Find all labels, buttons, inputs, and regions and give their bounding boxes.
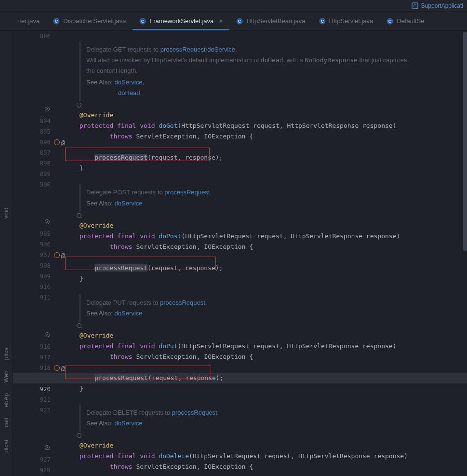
line-number: 905	[13, 229, 51, 239]
svg-point-17	[47, 334, 48, 335]
line-number: 907	[13, 250, 51, 260]
line-number: 896	[13, 137, 51, 148]
main-area: void plica Web ebAp icati plicat 886 894…	[0, 31, 467, 476]
line-number: 916	[13, 341, 51, 352]
code-line: throws ServletException, IOException {	[80, 462, 467, 472]
code-line: protected final void doGet(HttpServletRe…	[80, 121, 467, 131]
javadoc-doGet: Delegate GET requests to processRequest/…	[80, 41, 417, 101]
close-icon[interactable]: ×	[219, 17, 223, 25]
tab-label: HttpServlet.java	[329, 17, 374, 25]
author-icon[interactable]	[77, 213, 82, 219]
javadoc-doPost: Delegate POST requests to processRequest…	[80, 184, 417, 211]
svg-text:C: C	[141, 19, 145, 24]
scrollbar-thumb[interactable]	[463, 32, 467, 251]
code-line: }	[80, 383, 467, 394]
line-number: 927	[13, 454, 51, 465]
code-line: protected final void doPut(HttpServletRe…	[80, 341, 467, 352]
caret	[125, 374, 125, 381]
author-icon[interactable]	[77, 323, 82, 329]
svg-point-13	[47, 108, 48, 109]
app-name: SupportApplicati	[421, 2, 463, 9]
tab-httpservletbean[interactable]: C HttpServletBean.java	[229, 12, 312, 30]
line-number: 918	[13, 363, 51, 373]
code-line: protected final void doPost(HttpServletR…	[80, 231, 467, 242]
line-number: 928	[40, 466, 51, 474]
tab-rter[interactable]: rter.java	[11, 12, 46, 30]
tab-httpservlet[interactable]: C HttpServlet.java	[312, 12, 380, 30]
vertical-scrollbar[interactable]	[461, 31, 467, 475]
code-line: processRequest(request, response);	[80, 263, 467, 273]
code-line: }	[80, 163, 467, 174]
code-line: throws ServletException, IOException {	[80, 131, 467, 142]
pv-item[interactable]: ebAp	[3, 390, 10, 410]
code-area[interactable]: Delegate GET requests to processRequest/…	[55, 31, 467, 476]
editor-tabs: rter.java C DispatcherServlet.java C Fra…	[0, 12, 467, 31]
author-icon[interactable]	[77, 103, 82, 109]
titlebar: C SupportApplicati	[0, 0, 467, 12]
line-number: 906	[40, 241, 51, 248]
svg-text:C: C	[413, 3, 416, 8]
code-line: throws ServletException, IOException {	[80, 352, 467, 362]
line-number: 900	[13, 179, 51, 190]
line-number: 917	[40, 354, 51, 361]
class-icon: C	[319, 18, 326, 25]
line-number: 920	[13, 384, 51, 394]
code-line: @Override	[80, 440, 467, 451]
line-number: 898	[13, 158, 51, 169]
class-icon: C	[53, 18, 60, 25]
line-number: 909	[13, 271, 51, 282]
code-line: throws ServletException, IOException {	[80, 242, 467, 252]
pv-item[interactable]: icati	[3, 415, 10, 432]
line-number: 895	[40, 128, 51, 135]
svg-text:C: C	[238, 19, 241, 24]
class-icon: C	[139, 18, 146, 25]
author-icon[interactable]	[77, 433, 82, 439]
code-line: }	[80, 273, 467, 284]
tab-label: FrameworkServlet.java	[149, 17, 213, 25]
class-icon: C	[236, 18, 243, 25]
author-icon[interactable]	[45, 445, 51, 451]
author-icon[interactable]	[45, 219, 51, 225]
svg-point-15	[47, 221, 48, 222]
tab-label: rter.java	[17, 17, 40, 25]
tab-frameworkservlet[interactable]: C FrameworkServlet.java ×	[133, 12, 229, 30]
tab-label: DispatcherServlet.java	[63, 17, 126, 25]
line-number: 886	[13, 31, 51, 41]
javadoc-doPut: Delegate PUT requests to processRequest.…	[80, 295, 417, 322]
pv-item[interactable]: plicat	[3, 436, 10, 457]
author-icon[interactable]	[45, 332, 51, 338]
svg-text:C: C	[320, 19, 324, 24]
project-view-sidebar: void plica Web ebAp icati plicat	[0, 31, 13, 476]
pv-item[interactable]: void	[3, 204, 10, 221]
line-number: 922	[13, 405, 51, 416]
tab-dispatcherservlet[interactable]: C DispatcherServlet.java	[46, 12, 133, 30]
line-number: 911	[13, 292, 51, 303]
svg-text:C: C	[55, 19, 58, 24]
line-number: 899	[13, 169, 51, 179]
line-number: 908	[13, 260, 51, 271]
code-line-current: processRequest(request, response);	[13, 373, 467, 383]
tab-defaultse[interactable]: C DefaultSe	[380, 12, 431, 30]
code-line: processRequest(request, response);	[80, 152, 467, 163]
line-number: 910	[13, 282, 51, 292]
class-icon: C	[412, 2, 418, 9]
code-line: @Override	[80, 330, 467, 341]
class-icon: C	[387, 18, 393, 25]
code-line: @Override	[80, 220, 467, 231]
line-number: 921	[13, 394, 51, 405]
code-line: protected final void doDelete(HttpServle…	[80, 451, 467, 462]
svg-point-19	[47, 447, 48, 448]
svg-text:C: C	[388, 19, 392, 24]
code-editor[interactable]: 886 894 895@ 896 897 898 899 900 905 906…	[13, 31, 467, 476]
javadoc-doDelete: Delegate DELETE requests to processReque…	[80, 405, 417, 432]
pv-item[interactable]: plica	[3, 344, 10, 363]
tab-label: DefaultSe	[397, 17, 424, 25]
tab-label: HttpServletBean.java	[246, 17, 305, 25]
code-line: @Override	[80, 110, 467, 121]
line-numbers-gutter: 886 894 895@ 896 897 898 899 900 905 906…	[13, 31, 55, 476]
line-number: 897	[13, 148, 51, 158]
pv-item[interactable]: Web	[3, 367, 10, 385]
line-number: 894	[13, 116, 51, 126]
author-icon[interactable]	[45, 107, 51, 112]
